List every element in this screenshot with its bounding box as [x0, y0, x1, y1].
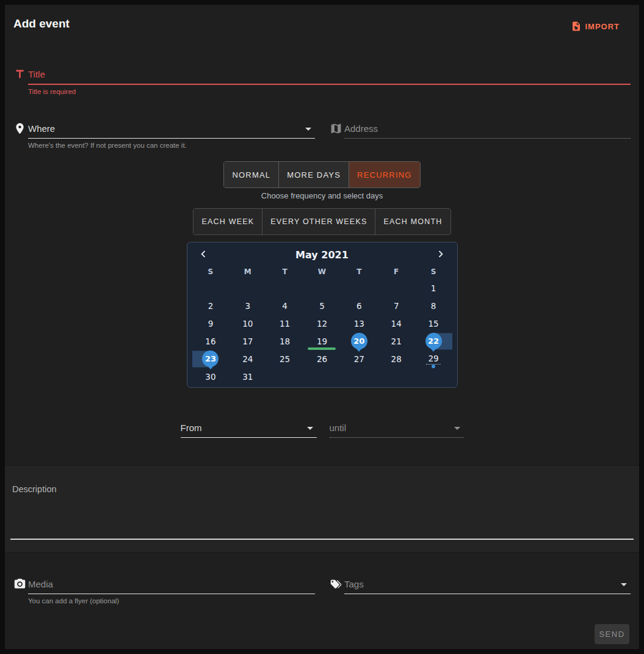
calendar-prev-button[interactable] [196, 247, 211, 262]
day-number: 11 [280, 319, 290, 329]
frequency-hint: Choose frequency and select days [261, 191, 383, 200]
where-select[interactable]: Where [28, 122, 315, 139]
calendar-day-6[interactable]: 6 [341, 297, 378, 314]
calendar-day-21[interactable]: 21 [378, 332, 415, 350]
tag-multiple-icon [330, 578, 344, 594]
calendar-day-26[interactable]: 26 [303, 350, 341, 368]
chevron-down-icon [305, 128, 311, 131]
calendar-day-16[interactable]: 16 [192, 332, 230, 350]
tab-each-week[interactable]: EACH WEEK [194, 209, 262, 234]
calendar-day-18[interactable]: 18 [266, 332, 303, 350]
media-field: Media You can add a flyer (optional) [13, 578, 315, 605]
calendar-day-7[interactable]: 7 [378, 297, 415, 314]
day-number: 18 [280, 336, 290, 346]
title-input[interactable]: Title [28, 68, 631, 85]
where-placeholder: Where [28, 123, 55, 134]
calendar-day-1[interactable]: 1 [415, 279, 452, 297]
calendar-day-27[interactable]: 27 [341, 350, 378, 368]
add-event-dialog: Add event IMPORT Title Title is required… [5, 5, 639, 649]
calendar-day-10[interactable]: 10 [229, 314, 266, 332]
day-number: 25 [280, 354, 290, 364]
calendar-day-23[interactable]: 23 [192, 350, 230, 368]
until-field: until [330, 421, 464, 438]
calendar-header: May 2021 [192, 245, 452, 264]
day-number: 4 [282, 301, 288, 311]
time-range-row: From until [5, 421, 639, 438]
where-field: Where Where's the event? If not present … [13, 122, 315, 149]
from-field: From [181, 421, 317, 438]
day-number: 28 [391, 354, 402, 364]
day-number: 30 [205, 372, 215, 382]
calendar-day-empty [341, 279, 378, 297]
calendar-day-empty [266, 279, 303, 297]
calendar-day-header: W [303, 264, 341, 279]
tab-each-month[interactable]: EACH MONTH [375, 209, 450, 234]
calendar-next-button[interactable] [433, 247, 448, 262]
until-select[interactable]: until [330, 421, 464, 438]
selected-day-marker: 22 [425, 333, 442, 349]
tags-select[interactable]: Tags [344, 578, 631, 594]
page-title: Add event [13, 17, 70, 31]
tab-normal[interactable]: NORMAL [224, 162, 278, 187]
format-title-icon [13, 68, 28, 95]
calendar-day-header: S [415, 264, 452, 279]
tab-every-other-weeks[interactable]: EVERY OTHER WEEKS [262, 209, 375, 234]
calendar-day-14[interactable]: 14 [378, 314, 415, 332]
calendar-day-22[interactable]: 22 [415, 332, 452, 350]
calendar-day-4[interactable]: 4 [266, 297, 303, 314]
calendar-day-3[interactable]: 3 [229, 297, 266, 314]
calendar-day-11[interactable]: 11 [266, 314, 303, 332]
calendar-day-13[interactable]: 13 [341, 314, 378, 332]
selected-day-marker: 20 [351, 333, 367, 349]
chevron-down-icon [307, 427, 313, 430]
calendar-day-header: T [341, 264, 378, 279]
media-placeholder: Media [28, 579, 53, 589]
calendar-day-2[interactable]: 2 [192, 297, 230, 314]
day-number: 24 [242, 354, 253, 364]
camera-icon [13, 578, 28, 605]
calendar-day-15[interactable]: 15 [415, 314, 452, 332]
calendar-day-5[interactable]: 5 [303, 297, 341, 314]
day-number: 12 [317, 319, 327, 329]
calendar-day-30[interactable]: 30 [192, 368, 230, 385]
chevron-left-icon [197, 247, 210, 261]
event-type-tabs: NORMAL MORE DAYS RECURRING [223, 161, 420, 188]
title-placeholder: Title [28, 69, 45, 79]
calendar-day-empty [192, 279, 230, 297]
send-button[interactable]: SEND [595, 624, 629, 644]
day-number: 17 [242, 336, 253, 346]
calendar-day-empty [341, 368, 378, 385]
calendar-day-17[interactable]: 17 [229, 332, 266, 350]
calendar-month-label: May 2021 [295, 249, 349, 261]
calendar-day-empty [378, 279, 415, 297]
calendar-day-24[interactable]: 24 [229, 350, 266, 368]
where-helper: Where's the event? If not present you ca… [28, 142, 315, 149]
calendar-day-29[interactable]: 29 [415, 350, 452, 368]
calendar-day-20[interactable]: 20 [341, 332, 378, 350]
media-input[interactable]: Media [28, 578, 315, 594]
address-placeholder: Address [344, 123, 378, 134]
calendar-day-12[interactable]: 12 [303, 314, 341, 332]
from-select[interactable]: From [181, 421, 317, 438]
calendar-day-28[interactable]: 28 [378, 350, 415, 368]
calendar-day-9[interactable]: 9 [192, 314, 230, 332]
tab-more-days[interactable]: MORE DAYS [278, 162, 349, 187]
calendar-day-header: T [266, 264, 303, 279]
calendar-day-8[interactable]: 8 [415, 297, 452, 314]
calendar-day-31[interactable]: 31 [229, 368, 266, 385]
title-error: Title is required [28, 88, 631, 95]
description-input[interactable]: Description [5, 465, 639, 553]
chevron-down-icon [454, 427, 460, 430]
calendar: May 2021 SMTWTFS 12345678910111213141516… [187, 242, 458, 388]
calendar-day-19[interactable]: 19 [303, 332, 341, 350]
calendar-day-25[interactable]: 25 [266, 350, 303, 368]
map-icon [330, 122, 344, 139]
day-number: 19 [317, 336, 327, 346]
day-number: 26 [317, 354, 327, 364]
import-button[interactable]: IMPORT [568, 20, 622, 33]
tab-recurring[interactable]: RECURRING [349, 162, 420, 187]
address-input[interactable]: Address [344, 122, 631, 139]
day-number: 14 [391, 319, 402, 329]
frequency-tabs: EACH WEEK EVERY OTHER WEEKS EACH MONTH [193, 208, 450, 235]
file-import-icon [571, 21, 582, 32]
